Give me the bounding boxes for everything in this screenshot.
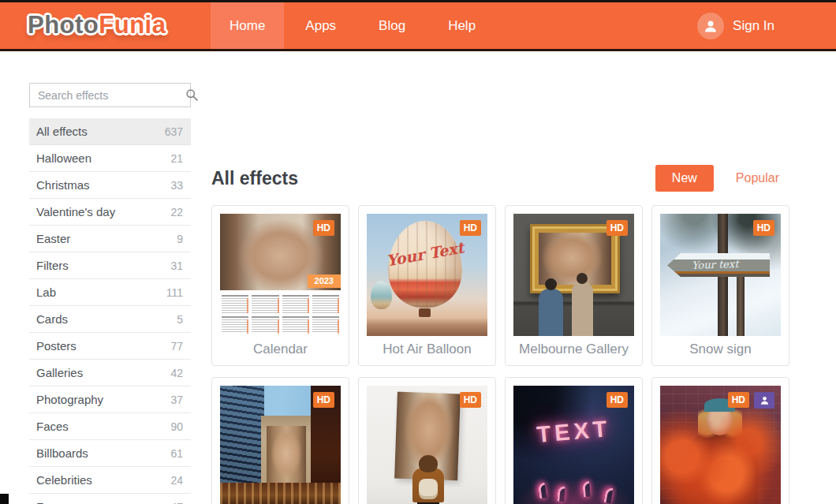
category-count: 9 <box>177 233 183 245</box>
effects-grid: 2023 HD Calendar Your Text HD Hot Air Ba… <box>211 205 789 504</box>
category-count: 637 <box>165 125 183 138</box>
effect-card-calendar[interactable]: 2023 HD Calendar <box>211 205 349 366</box>
hd-badge: HD <box>606 220 628 236</box>
category-list: All effects 637 Halloween 21 Christmas 3… <box>29 118 191 504</box>
effect-thumbnail-balloon: Your Text HD <box>367 214 487 336</box>
category-filters[interactable]: Filters 31 <box>29 252 191 279</box>
user-avatar-icon <box>697 13 724 39</box>
neon-light-squiggle <box>557 486 565 502</box>
mini-month <box>312 316 339 334</box>
page-title: All effects <box>211 168 298 189</box>
category-label: Halloween <box>36 151 170 165</box>
header-bar: PhotoFunia Home Apps Blog Help Sign In <box>0 0 836 51</box>
category-posters[interactable]: Posters 77 <box>29 333 191 360</box>
effect-thumbnail-gallery: HD <box>513 214 634 336</box>
effect-card-city-billboard[interactable]: HD <box>211 377 349 504</box>
category-count: 22 <box>170 206 183 218</box>
mini-month <box>222 316 248 334</box>
effect-title: Calendar <box>220 342 341 357</box>
billboard-face <box>267 426 306 486</box>
category-easter[interactable]: Easter 9 <box>29 226 191 252</box>
category-billboards[interactable]: Billboards 61 <box>29 440 191 467</box>
category-valentines-day[interactable]: Valentine's day 22 <box>29 199 191 226</box>
effect-title: Melbourne Gallery <box>513 342 634 357</box>
effect-thumbnail-calendar: 2023 HD <box>220 214 341 336</box>
effect-title: Hot Air Balloon <box>367 342 487 357</box>
category-label: Christmas <box>36 178 170 192</box>
category-label: Billboards <box>36 446 170 460</box>
sort-popular-link[interactable]: Popular <box>728 165 787 192</box>
category-count: 37 <box>170 394 183 406</box>
logo-part-photo: Photo <box>28 11 99 39</box>
neon-light-squiggle <box>538 482 547 498</box>
framed-portrait <box>539 233 611 285</box>
category-label: Posters <box>36 339 170 353</box>
sign-overlay-text: Your text <box>692 258 739 271</box>
category-label: Filters <box>36 259 170 272</box>
visitor-silhouette <box>572 282 593 336</box>
sign-in-button[interactable]: Sign In <box>697 2 774 49</box>
nav-item-apps[interactable]: Apps <box>284 2 357 49</box>
nav-item-blog[interactable]: Blog <box>357 2 427 49</box>
search-input[interactable] <box>30 89 185 102</box>
category-count: 24 <box>170 474 183 487</box>
category-count: 21 <box>170 152 183 165</box>
effect-card-snow-sign[interactable]: Your text HD Snow sign <box>651 205 789 366</box>
category-celebrities[interactable]: Celebrities 24 <box>29 467 191 494</box>
viewer-backpack <box>419 479 438 499</box>
category-count: 5 <box>177 313 183 326</box>
effect-thumbnail-neon-lights: TEXT HD <box>513 386 634 504</box>
mini-month <box>222 295 248 313</box>
category-cards[interactable]: Cards 5 <box>29 306 191 333</box>
search-icon[interactable] <box>185 88 199 102</box>
category-faces[interactable]: Faces 90 <box>29 413 191 440</box>
category-count: 47 <box>170 501 183 504</box>
hd-badge: HD <box>753 220 774 236</box>
category-label: Faces <box>36 420 170 433</box>
category-photography[interactable]: Photography 37 <box>29 386 191 413</box>
year-tag: 2023 <box>308 274 341 288</box>
nav-item-help[interactable]: Help <box>427 2 497 49</box>
category-lab[interactable]: Lab 111 <box>29 279 191 306</box>
sign-in-label: Sign In <box>733 18 774 34</box>
effect-card-hot-air-balloon[interactable]: Your Text HD Hot Air Balloon <box>358 205 496 366</box>
person-badge-icon <box>754 392 774 409</box>
category-count: 111 <box>166 286 183 299</box>
sort-new-button[interactable]: New <box>655 165 714 192</box>
hd-badge: HD <box>313 392 334 408</box>
category-frames[interactable]: Frames 47 <box>29 494 191 504</box>
category-count: 90 <box>170 420 183 433</box>
category-count: 33 <box>170 179 183 192</box>
nav-item-home[interactable]: Home <box>211 2 284 49</box>
category-all-effects[interactable]: All effects 637 <box>29 118 191 145</box>
category-count: 77 <box>170 340 183 353</box>
category-label: All effects <box>36 125 165 138</box>
neon-light-squiggle <box>603 487 613 503</box>
small-balloon-shape <box>371 281 392 309</box>
category-halloween[interactable]: Halloween 21 <box>29 145 191 172</box>
hd-badge: HD <box>313 220 334 236</box>
effect-card-white-gallery[interactable]: HD <box>358 377 496 504</box>
hd-badge: HD <box>460 392 481 408</box>
effect-card-neon-lights[interactable]: TEXT HD <box>505 377 643 504</box>
category-label: Lab <box>36 286 166 299</box>
visitor-silhouette <box>539 289 563 336</box>
category-christmas[interactable]: Christmas 33 <box>29 172 191 199</box>
screenshot-corner-artifact <box>0 494 9 504</box>
category-count: 31 <box>170 259 183 272</box>
mini-month <box>252 295 278 313</box>
site-logo[interactable]: PhotoFunia <box>28 11 166 39</box>
mini-month <box>312 295 339 313</box>
logo-part-funia: Funia <box>99 11 166 39</box>
category-galleries[interactable]: Galleries 42 <box>29 360 191 386</box>
search-effects-box <box>29 83 191 107</box>
category-label: Frames <box>36 500 170 504</box>
street-buildings <box>220 483 341 504</box>
effect-card-orange-smoke[interactable]: HD <box>651 377 789 504</box>
effect-thumbnail-snow-sign: Your text HD <box>660 214 781 336</box>
category-label: Galleries <box>36 366 170 379</box>
effect-card-melbourne-gallery[interactable]: HD Melbourne Gallery <box>505 205 643 366</box>
effect-thumbnail-orange-smoke: HD <box>660 386 781 504</box>
category-label: Celebrities <box>36 473 170 487</box>
mini-calendar-grid <box>222 295 339 334</box>
